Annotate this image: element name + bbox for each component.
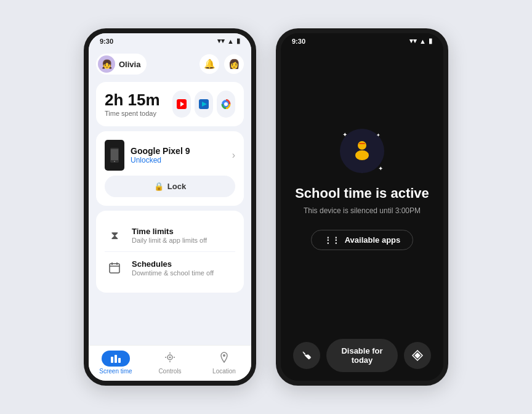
- status-bar-left: 9:30 ▾▾ ▲ ▮: [89, 33, 251, 46]
- time-limits-item[interactable]: ⧗ Time limits Daily limit & app limits o…: [105, 219, 235, 251]
- svg-point-18: [223, 354, 225, 357]
- school-icon-circle: ✦ ✦ ✦: [340, 129, 384, 173]
- schedules-icon: [105, 258, 124, 278]
- dark-bottom-bar: Disable for today: [281, 333, 443, 381]
- svg-rect-21: [359, 143, 365, 144]
- device-card[interactable]: Google Pixel 9 Unlocked › 🔒 Lock: [96, 131, 244, 206]
- lock-icon: 🔒: [154, 182, 164, 191]
- app-icon-chrome[interactable]: [217, 91, 235, 118]
- schedules-subtitle: Downtime & school time off: [132, 269, 214, 277]
- svg-point-20: [355, 150, 369, 160]
- time-limits-title: Time limits: [132, 227, 207, 236]
- phones-container: 9:30 ▾▾ ▲ ▮ 👧 Olivia 🔔 👩: [84, 28, 448, 386]
- status-time-left: 9:30: [100, 38, 113, 45]
- svg-point-19: [358, 141, 366, 150]
- status-icons-left: ▾▾ ▲ ▮: [217, 37, 240, 45]
- app-icon-play[interactable]: [195, 91, 213, 118]
- svg-rect-7: [111, 149, 118, 160]
- wifi-icon: ▲: [227, 38, 234, 45]
- signal-icon-dark: ▾▾: [409, 37, 417, 45]
- diamond-icon-button[interactable]: [404, 342, 431, 369]
- battery-icon: ▮: [236, 37, 240, 45]
- chevron-right-icon: ›: [232, 150, 235, 161]
- svg-point-17: [169, 356, 171, 358]
- schedules-title: Schedules: [132, 259, 214, 269]
- battery-icon-dark: ▮: [429, 37, 432, 45]
- svg-rect-13: [111, 357, 113, 363]
- time-spent: 2h 15m: [105, 91, 160, 109]
- school-time-subtitle: This device is silenced until 3:00PM: [304, 206, 421, 215]
- nav-controls[interactable]: Controls: [151, 351, 188, 375]
- bottom-nav: Screen time Controls Location: [89, 345, 251, 381]
- available-apps-button[interactable]: ⋮⋮ Available apps: [311, 230, 414, 250]
- status-icons-right: ▾▾ ▲ ▮: [409, 37, 432, 45]
- disable-for-today-button[interactable]: Disable for today: [326, 339, 398, 372]
- screen-time-icon: [102, 351, 130, 367]
- wifi-icon-dark: ▲: [419, 38, 426, 45]
- bell-icon[interactable]: 🔔: [200, 54, 219, 74]
- nav-screen-time[interactable]: Screen time: [97, 351, 134, 375]
- schedules-text: Schedules Downtime & school time off: [132, 259, 214, 277]
- menu-card: ⧗ Time limits Daily limit & app limits o…: [96, 211, 244, 293]
- time-limits-subtitle: Daily limit & app limits off: [132, 237, 207, 244]
- device-status: Unlocked: [131, 156, 190, 164]
- time-limits-text: Time limits Daily limit & app limits off: [132, 227, 207, 244]
- sparkle-icon-br: ✦: [378, 165, 383, 172]
- nav-location[interactable]: Location: [206, 351, 243, 375]
- svg-rect-14: [115, 355, 117, 363]
- grid-icon: ⋮⋮: [324, 235, 340, 245]
- time-limits-icon: ⧗: [105, 225, 124, 245]
- user-avatar-small[interactable]: 👩: [224, 54, 244, 74]
- svg-rect-15: [118, 358, 121, 363]
- user-name: Olivia: [119, 60, 140, 69]
- left-phone: 9:30 ▾▾ ▲ ▮ 👧 Olivia 🔔 👩: [84, 28, 256, 386]
- device-name: Google Pixel 9: [131, 146, 190, 156]
- avatar: 👧: [98, 55, 115, 73]
- user-avatar-name[interactable]: 👧 Olivia: [96, 54, 147, 75]
- app-icon-youtube[interactable]: [172, 91, 191, 118]
- status-bar-right: 9:30 ▾▾ ▲ ▮: [281, 33, 443, 46]
- signal-icon: ▾▾: [217, 37, 225, 45]
- school-person-icon: [350, 137, 374, 165]
- controls-icon: [164, 351, 176, 367]
- time-label: Time spent today: [105, 110, 160, 117]
- sparkle-icon-tl: ✦: [342, 131, 347, 138]
- svg-point-5: [224, 102, 228, 106]
- top-icons: 🔔 👩: [200, 54, 244, 74]
- schedules-item[interactable]: Schedules Downtime & school time off: [105, 251, 235, 284]
- sparkle-icon-tr: ✦: [376, 132, 381, 138]
- svg-rect-9: [110, 264, 119, 273]
- top-bar: 👧 Olivia 🔔 👩: [96, 51, 244, 77]
- lock-button[interactable]: 🔒 Lock: [105, 176, 235, 197]
- phone-call-button[interactable]: [293, 342, 320, 369]
- location-icon: [218, 351, 230, 367]
- svg-point-8: [114, 161, 115, 162]
- time-info: 2h 15m Time spent today: [105, 91, 160, 118]
- app-icons-row: [172, 91, 235, 118]
- light-screen: 👧 Olivia 🔔 👩 2h 15m Time spent today: [89, 46, 251, 345]
- device-info: Google Pixel 9 Unlocked: [131, 146, 190, 164]
- right-phone: 9:30 ▾▾ ▲ ▮ ✦ ✦ ✦ Scho: [276, 28, 448, 386]
- device-icon: [105, 140, 124, 171]
- time-card: 2h 15m Time spent today: [96, 82, 244, 126]
- status-time-right: 9:30: [292, 38, 305, 45]
- dark-screen: ✦ ✦ ✦ School time is active This device …: [281, 46, 443, 333]
- school-time-title: School time is active: [295, 185, 429, 201]
